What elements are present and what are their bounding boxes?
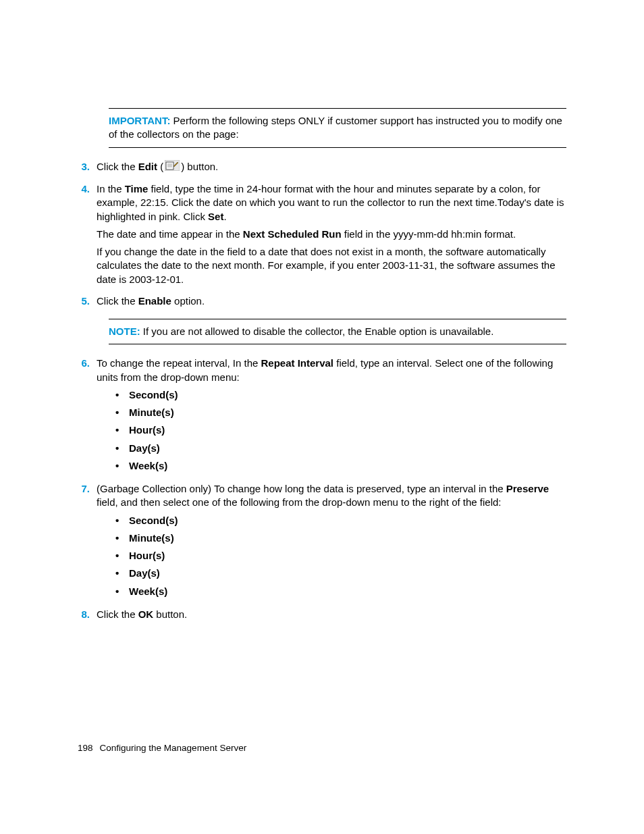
list-item: Week(s) bbox=[115, 585, 566, 598]
list-item: Second(s) bbox=[115, 388, 566, 402]
step-7: 7. (Garbage Collection only) To change h… bbox=[78, 482, 566, 604]
step-5-text: Click the Enable option. bbox=[97, 294, 566, 308]
important-label: IMPORTANT: bbox=[109, 115, 170, 126]
footer-title: Configuring the Management Server bbox=[100, 743, 247, 753]
step-3-text: Click the Edit () button. bbox=[97, 160, 566, 175]
note-callout: NOTE: If you are not allowed to disable … bbox=[109, 319, 566, 344]
step-7-number: 7. bbox=[78, 482, 97, 604]
svg-rect-1 bbox=[166, 162, 173, 170]
list-item: Minute(s) bbox=[115, 406, 566, 419]
step-8-number: 8. bbox=[78, 608, 97, 625]
step-6-bullets: Second(s) Minute(s) Hour(s) Day(s) Week(… bbox=[97, 388, 566, 473]
note-text: If you are not allowed to disable the co… bbox=[143, 325, 494, 337]
step-5: 5. Click the Enable option. bbox=[78, 294, 566, 312]
step-4-number: 4. bbox=[78, 182, 97, 290]
list-item: Day(s) bbox=[115, 442, 566, 455]
edit-icon bbox=[165, 160, 180, 174]
list-item: Hour(s) bbox=[115, 423, 566, 437]
step-5-number: 5. bbox=[78, 294, 97, 312]
list-item: Hour(s) bbox=[115, 549, 566, 563]
step-4-para-2: The date and time appear in the Next Sch… bbox=[97, 228, 566, 241]
step-6-text: To change the repeat interval, In the Re… bbox=[97, 357, 566, 384]
step-7-text: (Garbage Collection only) To change how … bbox=[97, 482, 566, 510]
step-8: 8. Click the OK button. bbox=[78, 608, 566, 625]
page-number: 198 bbox=[78, 743, 93, 753]
important-text: Perform the following steps ONLY if cust… bbox=[109, 115, 562, 140]
step-6-number: 6. bbox=[78, 357, 97, 478]
list-item: Minute(s) bbox=[115, 531, 566, 545]
step-3: 3. Click the Edit () button. bbox=[78, 160, 566, 179]
list-item: Day(s) bbox=[115, 567, 566, 580]
step-7-bullets: Second(s) Minute(s) Hour(s) Day(s) Week(… bbox=[97, 514, 566, 598]
list-item: Second(s) bbox=[115, 514, 566, 527]
note-label: NOTE: bbox=[109, 325, 140, 337]
step-4: 4. In the Time field, type the time in 2… bbox=[78, 182, 566, 290]
step-8-text: Click the OK button. bbox=[97, 608, 566, 621]
list-item: Week(s) bbox=[115, 459, 566, 473]
important-callout: IMPORTANT: Perform the following steps O… bbox=[109, 108, 566, 148]
step-6: 6. To change the repeat interval, In the… bbox=[78, 357, 566, 478]
page-footer: 198Configuring the Management Server bbox=[78, 742, 246, 754]
step-4-para-3: If you change the date in the field to a… bbox=[97, 245, 566, 286]
step-4-para-1: In the Time field, type the time in 24-h… bbox=[97, 182, 566, 224]
step-3-number: 3. bbox=[78, 160, 97, 179]
